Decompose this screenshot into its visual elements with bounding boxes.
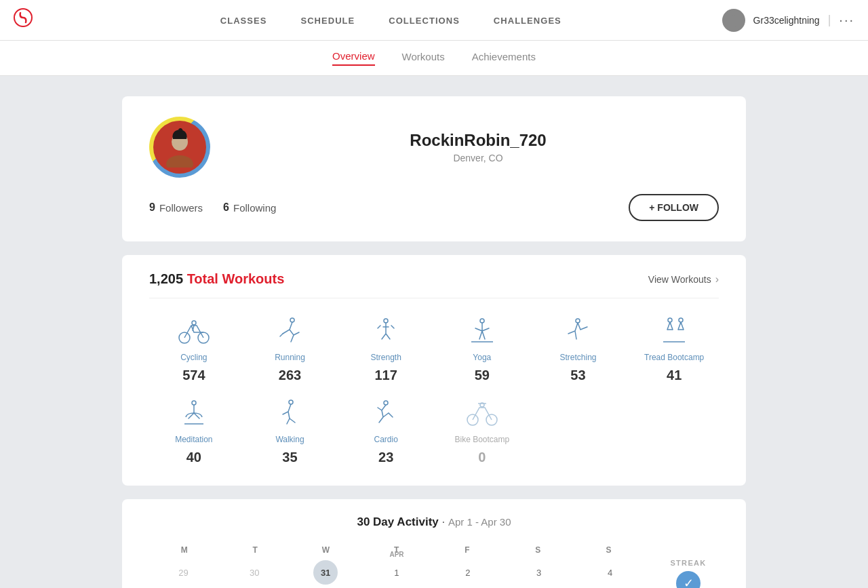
workout-item-cycling: Cycling 574 <box>149 315 239 383</box>
day-s1: S <box>502 545 573 555</box>
svg-point-18 <box>467 414 478 425</box>
following-stat[interactable]: 6 Following <box>223 201 276 214</box>
followers-stat[interactable]: 9 Followers <box>149 201 203 214</box>
main-content: RockinRobin_720 Denver, CO 9 Followers 6… <box>108 76 760 588</box>
cal-day-4: 4 <box>598 560 623 585</box>
more-menu-button[interactable]: ··· <box>839 12 854 28</box>
follow-button[interactable]: + FOLLOW <box>629 194 719 221</box>
workouts-card: 1,205 Total Workouts View Workouts › Cyc… <box>122 255 746 486</box>
svg-point-10 <box>480 319 484 323</box>
svg-point-12 <box>668 318 672 322</box>
svg-point-17 <box>384 401 388 405</box>
meditation-icon <box>176 397 212 429</box>
total-count: 1,205 <box>149 271 183 286</box>
nav-username[interactable]: Gr33celightning <box>753 15 820 26</box>
activity-header: 30 Day Activity · Apr 1 - Apr 30 <box>149 515 719 529</box>
yoga-label: Yoga <box>473 353 491 362</box>
streak-col: STREAK ✓ <box>658 545 719 588</box>
meditation-count: 40 <box>186 450 201 465</box>
stretching-count: 53 <box>570 368 585 383</box>
nav-schedule[interactable]: SCHEDULE <box>300 16 355 26</box>
following-count: 6 <box>223 201 229 214</box>
nav-classes[interactable]: CLASSES <box>220 16 267 26</box>
workouts-header: 1,205 Total Workouts View Workouts › <box>149 271 719 298</box>
svg-point-9 <box>384 319 388 323</box>
following-label: Following <box>233 202 276 214</box>
activity-title: 30 Day Activity <box>357 515 438 528</box>
running-icon <box>272 315 307 347</box>
strength-label: Strength <box>370 353 401 362</box>
bike-bootcamp-count: 0 <box>478 450 486 465</box>
user-avatar <box>722 9 745 32</box>
cal-day-2: 2 <box>456 560 480 585</box>
yoga-count: 59 <box>475 368 490 383</box>
svg-point-13 <box>679 318 683 322</box>
workout-item-bike-bootcamp: Bike Bootcamp 0 <box>437 397 527 465</box>
meditation-label: Meditation <box>175 435 212 444</box>
nav-divider: | <box>828 13 831 27</box>
running-count: 263 <box>279 368 301 383</box>
profile-location: Denver, CO <box>237 153 719 163</box>
activity-dot: · <box>442 515 448 528</box>
cardio-icon <box>368 397 403 429</box>
svg-point-19 <box>486 414 497 425</box>
cal-day-31: 31 <box>313 560 338 585</box>
calendar-left: M T W T F S S 29 30 31 APR 1 <box>149 545 644 588</box>
workout-item-yoga: Yoga 59 <box>437 315 527 383</box>
walking-count: 35 <box>282 450 297 465</box>
cycling-count: 574 <box>182 368 205 383</box>
bike-bootcamp-label: Bike Bootcamp <box>454 435 509 444</box>
running-label: Running <box>275 353 305 362</box>
svg-point-6 <box>198 332 209 343</box>
tab-achievements[interactable]: Achievements <box>472 51 536 65</box>
strength-count: 117 <box>374 368 397 383</box>
avatar-img <box>153 121 206 174</box>
followers-label: Followers <box>159 202 203 214</box>
svg-point-8 <box>290 318 294 322</box>
tab-workouts[interactable]: Workouts <box>402 51 445 65</box>
workout-item-running: Running 263 <box>245 315 335 383</box>
workout-grid: Cycling 574 Running 263 Strength 117 <box>149 315 719 465</box>
workout-item-meditation: Meditation 40 <box>149 397 239 465</box>
workout-item-walking: Walking 35 <box>245 397 335 465</box>
nav-collections[interactable]: COLLECTIONS <box>389 16 460 26</box>
top-nav: CLASSES SCHEDULE COLLECTIONS CHALLENGES … <box>0 0 868 41</box>
svg-point-16 <box>289 400 293 404</box>
tread-bootcamp-icon <box>656 315 692 347</box>
walking-icon <box>272 397 307 429</box>
cardio-count: 23 <box>378 450 393 465</box>
strength-icon <box>368 315 403 347</box>
yoga-icon <box>465 315 500 347</box>
day-s2: S <box>574 545 644 555</box>
streak-label: STREAK <box>670 559 706 567</box>
workout-item-tread-bootcamp: Tread Bootcamp 41 <box>629 315 719 383</box>
nav-challenges[interactable]: CHALLENGES <box>494 16 561 26</box>
cardio-label: Cardio <box>374 435 397 444</box>
stretching-icon <box>560 315 595 347</box>
workout-item-stretching: Stretching 53 <box>534 315 623 383</box>
sub-nav: Overview Workouts Achievements <box>0 41 868 76</box>
calendar-grid: M T W T F S S 29 30 31 APR 1 <box>149 545 719 588</box>
workout-item-cardio: Cardio 23 <box>341 397 431 465</box>
followers-count: 9 <box>149 201 155 214</box>
view-workouts-text: View Workouts <box>648 274 711 285</box>
cal-day-3: 3 <box>527 560 551 585</box>
activity-card: 30 Day Activity · Apr 1 - Apr 30 M T W T… <box>122 499 746 588</box>
day-m: M <box>149 545 220 555</box>
svg-point-2 <box>729 22 738 27</box>
view-workouts-link[interactable]: View Workouts › <box>648 273 719 286</box>
day-w: W <box>291 545 361 555</box>
cycling-icon <box>176 315 212 347</box>
svg-point-11 <box>576 319 580 323</box>
main-nav-links: CLASSES SCHEDULE COLLECTIONS CHALLENGES <box>60 14 722 26</box>
chevron-right-icon: › <box>715 273 719 286</box>
bike-bootcamp-icon <box>465 397 500 429</box>
profile-info: RockinRobin_720 Denver, CO <box>237 131 719 163</box>
profile-card: RockinRobin_720 Denver, CO 9 Followers 6… <box>122 96 746 241</box>
stretching-label: Stretching <box>559 353 596 362</box>
cal-weeks: 29 30 31 APR 1 2 3 4 <box>149 560 644 585</box>
logo[interactable] <box>14 8 33 32</box>
cycling-label: Cycling <box>180 353 207 362</box>
svg-point-15 <box>192 401 196 405</box>
tab-overview[interactable]: Overview <box>332 50 375 66</box>
